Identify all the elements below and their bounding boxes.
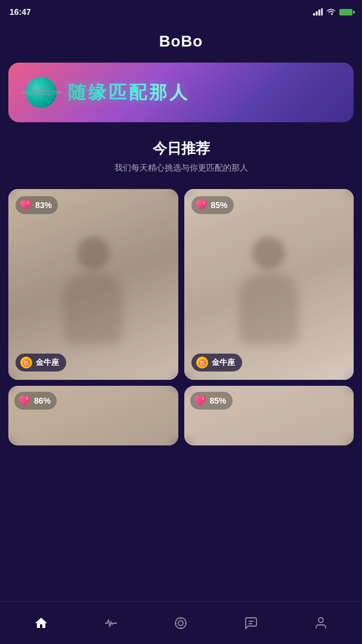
score-text-2: 85% [211,200,228,210]
heartbeat-icon [103,615,119,631]
status-time: 16:47 [10,7,31,17]
section-title: 今日推荐 [8,139,354,158]
profile-card-3[interactable]: 86% [8,386,178,445]
match-score-2: 85% [191,196,234,214]
section-subtitle: 我们每天精心挑选与你更匹配的那人 [8,163,354,174]
svg-point-4 [175,618,186,628]
heart-icon-3 [18,394,31,407]
bottom-nav [0,601,362,644]
banner-text: 随缘匹配那人 [68,80,190,105]
heart-icon-4 [194,394,207,407]
wifi-icon [326,8,336,16]
nav-item-profile[interactable] [304,611,338,636]
status-icons [313,8,352,16]
match-score-1: 83% [16,196,58,214]
status-bar: 16:47 [0,0,362,21]
cards-grid: 83% ♉ 金牛座 [0,179,362,380]
target-icon [173,615,188,631]
header: BoBo [0,21,362,63]
match-banner[interactable]: 随缘匹配那人 [8,63,354,122]
match-score-4: 85% [190,392,233,410]
profile-card-1[interactable]: 83% ♉ 金牛座 [8,189,178,380]
zodiac-badge-1: ♉ 金牛座 [16,354,66,371]
heart-icon-1 [19,199,32,212]
zodiac-coin-2: ♉ [196,357,208,369]
heart-icon-2 [195,199,208,212]
svg-point-5 [178,621,183,626]
message-icon [243,615,259,631]
score-text-3: 86% [34,396,51,405]
match-score-3: 86% [14,392,57,410]
nav-item-home[interactable] [24,611,58,636]
section-header: 今日推荐 我们每天精心挑选与你更匹配的那人 [0,139,362,174]
nav-item-discover[interactable] [163,611,198,636]
score-text-1: 83% [35,200,52,210]
cards-grid-partial: 86% 85% [0,380,362,499]
score-text-4: 85% [210,396,227,405]
zodiac-badge-2: ♉ 金牛座 [191,354,242,371]
svg-rect-0 [313,13,315,16]
nav-item-messages[interactable] [234,611,268,636]
svg-rect-1 [316,11,318,16]
zodiac-coin-1: ♉ [20,357,32,369]
profile-card-4[interactable]: 85% [184,386,354,445]
svg-rect-3 [321,8,323,16]
profile-card-2[interactable]: 85% ♉ 金牛座 [184,189,354,380]
svg-rect-2 [318,10,320,16]
card-photo-1 [8,189,178,380]
svg-point-12 [318,618,323,623]
planet-icon [20,72,62,113]
app-title: BoBo [0,32,362,51]
user-icon [313,615,329,631]
signal-icon [313,8,323,16]
battery-icon [339,9,352,16]
card-photo-2 [184,189,354,380]
nav-item-match[interactable] [94,611,128,636]
home-icon [33,615,49,631]
